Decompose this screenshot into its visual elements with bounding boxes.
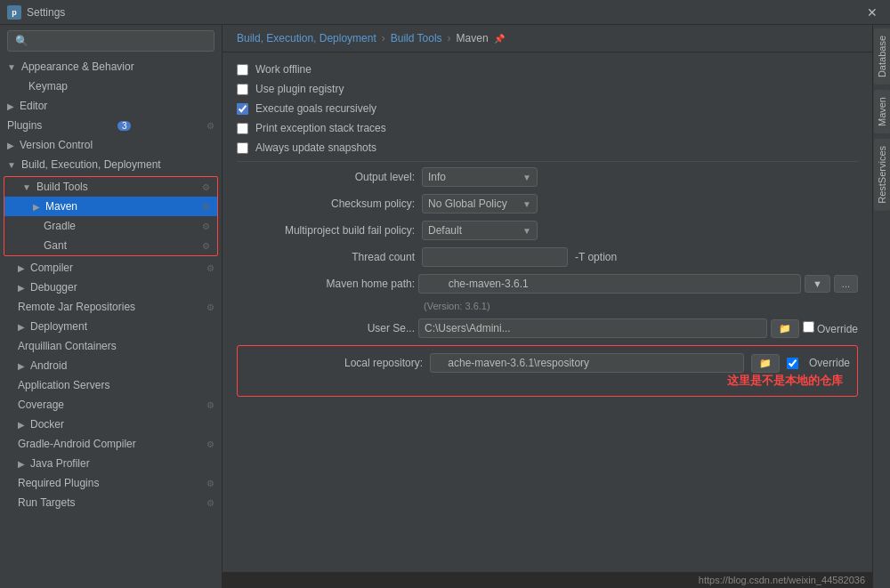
output-level-row: Output level: Info ▼ (237, 167, 858, 187)
close-button[interactable]: ✕ (862, 4, 883, 21)
sidebar-item-run-targets[interactable]: Run Targets ⚙ (0, 493, 222, 512)
sidebar-item-label: Keymap (28, 80, 68, 93)
local-repo-input[interactable] (430, 353, 744, 373)
sidebar-item-plugins[interactable]: Plugins 3 ⚙ (0, 116, 222, 135)
sidebar-item-deployment[interactable]: ▶ Deployment (0, 317, 222, 336)
sidebar-item-label: Gant (44, 239, 67, 252)
maven-home-label: Maven home path: (237, 278, 415, 290)
end-icon: ⚙ (206, 479, 214, 488)
work-offline-checkbox[interactable] (237, 64, 248, 76)
end-icon: ⚙ (202, 182, 210, 192)
caret-icon: ▶ (18, 420, 25, 430)
sidebar-item-gradle-android[interactable]: Gradle-Android Compiler ⚙ (0, 434, 222, 454)
dropdown-arrow-icon: ▼ (522, 226, 531, 236)
settings-window: p Settings ✕ 🔍 ▼ Appearance & Behavior K… (0, 0, 890, 588)
multiproject-policy-control: Default ▼ (422, 221, 538, 240)
checksum-policy-dropdown[interactable]: No Global Policy ▼ (422, 194, 538, 213)
caret-icon: ▶ (18, 283, 25, 293)
work-offline-row: Work offline (237, 63, 858, 76)
work-offline-label: Work offline (255, 63, 312, 76)
maven-home-input[interactable] (418, 274, 801, 294)
user-settings-folder-button[interactable]: 📁 (771, 319, 799, 338)
sidebar-item-maven[interactable]: ▶ Maven ⚙ (4, 197, 217, 216)
sidebar-item-version-control[interactable]: ▶ Version Control (0, 135, 222, 155)
breadcrumb-build-tools[interactable]: Build Tools (391, 32, 442, 44)
caret-icon: ▶ (18, 459, 25, 469)
output-level-dropdown[interactable]: Info ▼ (422, 167, 538, 187)
user-settings-input[interactable] (418, 318, 767, 338)
sidebar-item-label: Version Control (20, 139, 93, 151)
sidebar-item-build-tools[interactable]: ▼ Build Tools ⚙ (4, 177, 217, 197)
sidebar-item-keymap[interactable]: Keymap (0, 77, 222, 96)
maven-home-folder-button[interactable]: ... (834, 275, 858, 293)
url-bar: https://blog.csdn.net/weixin_44582036 (222, 572, 872, 588)
sidebar-item-label: Coverage (18, 399, 64, 411)
sidebar-item-debugger[interactable]: ▶ Debugger (0, 278, 222, 297)
user-settings-override-checkbox[interactable] (803, 321, 814, 333)
sidebar-item-label: Debugger (30, 281, 77, 294)
search-box[interactable]: 🔍 (7, 30, 214, 52)
caret-icon: ▼ (22, 182, 31, 192)
sidebar-item-label: Build Tools (36, 181, 88, 193)
local-repo-override-checkbox[interactable] (787, 358, 798, 369)
breadcrumb-sep-1: › (382, 32, 385, 44)
output-level-value: Info (428, 171, 446, 183)
user-settings-label: User Se... (237, 322, 415, 334)
output-level-label: Output level: (237, 171, 415, 183)
sidebar-tab-rest-services[interactable]: RestServices (874, 139, 890, 211)
user-settings-override-label: Override (817, 323, 858, 335)
sidebar-tab-database[interactable]: Database (874, 28, 890, 85)
maven-home-browse-button[interactable]: ▼ (805, 275, 830, 293)
search-input[interactable] (33, 35, 206, 47)
sidebar-item-compiler[interactable]: ▶ Compiler ⚙ (0, 258, 222, 278)
sidebar-item-build-exec-deploy[interactable]: ▼ Build, Execution, Deployment (0, 155, 222, 174)
sidebar-item-required-plugins[interactable]: Required Plugins ⚙ (0, 473, 222, 493)
title-bar: p Settings ✕ (0, 0, 890, 25)
execute-goals-checkbox[interactable] (237, 103, 248, 115)
sidebar-item-java-profiler[interactable]: ▶ Java Profiler (0, 454, 222, 473)
sidebar-item-label: Editor (20, 100, 47, 112)
dropdown-arrow-icon: ▼ (522, 199, 531, 209)
sidebar-item-appearance[interactable]: ▼ Appearance & Behavior (0, 57, 222, 77)
end-icon: ⚙ (206, 400, 214, 410)
sidebar-item-label: Java Profiler (30, 457, 90, 470)
multiproject-policy-label: Multiproject build fail policy: (237, 224, 415, 237)
end-icon: ⚙ (206, 498, 214, 508)
sidebar-item-gant[interactable]: Gant ⚙ (4, 236, 217, 255)
multiproject-policy-dropdown[interactable]: Default ▼ (422, 221, 538, 240)
plugins-badge: 3 (117, 121, 132, 131)
app-icon: p (7, 5, 21, 20)
sidebar-item-editor[interactable]: ▶ Editor (0, 96, 222, 116)
build-tools-highlight: ▼ Build Tools ⚙ ▶ Maven ⚙ Gradle ⚙ Gan (4, 176, 218, 256)
checksum-policy-row: Checksum policy: No Global Policy ▼ (237, 194, 858, 213)
override-checkbox-container: Override (803, 321, 858, 335)
thread-count-control: -T option (422, 247, 617, 267)
breadcrumb-build[interactable]: Build, Execution, Deployment (237, 32, 376, 44)
sidebar-item-docker[interactable]: ▶ Docker (0, 415, 222, 434)
search-icon: 🔍 (15, 35, 28, 47)
thread-count-input[interactable] (422, 247, 568, 267)
sidebar-item-label: Appearance & Behavior (21, 60, 134, 73)
sidebar-item-coverage[interactable]: Coverage ⚙ (0, 395, 222, 415)
sidebar-item-app-servers[interactable]: Application Servers (0, 375, 222, 395)
always-update-checkbox[interactable] (237, 142, 248, 154)
sidebar-item-arquillian[interactable]: Arquillian Containers (0, 336, 222, 356)
plugin-registry-checkbox[interactable] (237, 84, 248, 95)
sidebar-tab-maven[interactable]: Maven (874, 90, 890, 133)
sidebar-item-label: Plugins (7, 119, 42, 132)
print-exception-checkbox[interactable] (237, 123, 248, 134)
multiproject-policy-value: Default (428, 224, 462, 237)
sidebar-item-gradle[interactable]: Gradle ⚙ (4, 216, 217, 236)
sidebar-item-remote-jar[interactable]: Remote Jar Repositories ⚙ (0, 297, 222, 317)
separator-1 (237, 161, 858, 162)
local-repo-folder-button[interactable]: 📁 (751, 354, 780, 373)
caret-icon: ▶ (33, 202, 40, 212)
end-icon: ⚙ (202, 241, 210, 251)
sidebar-item-label: Maven (45, 200, 77, 213)
local-repo-override-label: Override (809, 357, 850, 369)
caret-icon: ▼ (7, 62, 16, 72)
sidebar-item-label: Gradle-Android Compiler (18, 438, 136, 450)
sidebar-item-label: Compiler (30, 262, 73, 274)
sidebar-item-android[interactable]: ▶ Android (0, 356, 222, 375)
thread-count-label: Thread count (237, 251, 415, 263)
